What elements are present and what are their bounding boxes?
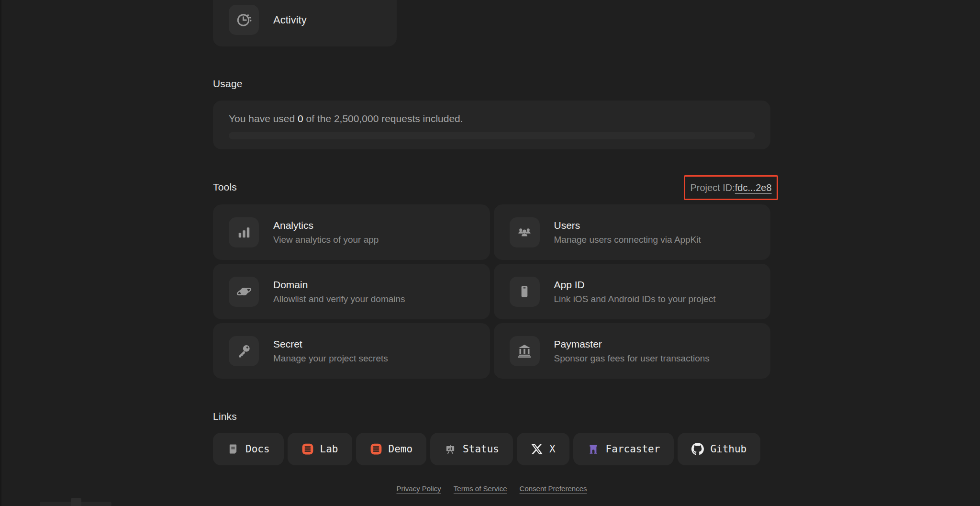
tool-title: Users [554, 220, 701, 231]
document-icon [227, 443, 239, 455]
phone-icon [510, 277, 540, 307]
link-button-x[interactable]: X [517, 433, 569, 465]
tool-description: Allowlist and verify your domains [273, 294, 405, 304]
footer-link-terms-of-service[interactable]: Terms of Service [454, 484, 507, 493]
footer-link-privacy-policy[interactable]: Privacy Policy [397, 484, 441, 493]
tools-grid: Analytics View analytics of your app Use… [213, 204, 770, 379]
link-button-lab[interactable]: Lab [288, 433, 352, 465]
links-row: Docs Lab Demo [213, 433, 760, 465]
reown-lab-icon [301, 443, 314, 455]
github-icon [691, 443, 704, 455]
tool-description: Link iOS and Android IDs to your project [554, 294, 716, 304]
usage-heading: Usage [213, 78, 243, 90]
tool-description: Sponsor gas fees for user transactions [554, 353, 710, 364]
tool-title: Domain [273, 279, 405, 291]
planet-icon [229, 277, 259, 307]
status-board-icon [444, 443, 457, 455]
link-button-github[interactable]: Github [678, 433, 760, 465]
project-id-value[interactable]: fdc...2e8 [735, 182, 772, 193]
tools-heading: Tools [213, 181, 237, 193]
clock-activity-icon [229, 5, 259, 35]
footer-links: Privacy Policy Terms of Service Consent … [213, 484, 770, 493]
usage-progress-bar [229, 132, 755, 139]
x-logo-icon [531, 443, 543, 455]
usage-card: You have used 0 of the 2,500,000 request… [213, 101, 770, 149]
links-heading: Links [213, 411, 237, 422]
tool-card-analytics[interactable]: Analytics View analytics of your app [213, 204, 490, 260]
tool-description: View analytics of your app [273, 235, 379, 245]
tool-title: Analytics [273, 220, 379, 231]
tool-description: Manage users connecting via AppKit [554, 235, 701, 245]
tool-card-paymaster[interactable]: Paymaster Sponsor gas fees for user tran… [494, 323, 771, 379]
project-id-highlight-box: Project ID: fdc...2e8 [684, 175, 778, 200]
link-button-status[interactable]: X Status [430, 433, 513, 465]
link-button-demo[interactable]: Demo [356, 433, 427, 465]
activity-card[interactable]: Activity [213, 0, 397, 46]
footer-link-consent-preferences[interactable]: Consent Preferences [520, 484, 587, 493]
users-icon [510, 217, 540, 247]
link-button-docs[interactable]: Docs [213, 433, 284, 465]
project-id-label: Project ID: [690, 182, 735, 193]
farcaster-icon [587, 443, 600, 455]
activity-card-label: Activity [273, 14, 307, 26]
link-button-farcaster[interactable]: Farcaster [573, 433, 674, 465]
usage-used-count: 0 [298, 113, 303, 124]
tool-card-domain[interactable]: Domain Allowlist and verify your domains [213, 264, 490, 319]
tool-description: Manage your project secrets [273, 353, 388, 364]
tool-card-users[interactable]: Users Manage users connecting via AppKit [494, 204, 771, 260]
tool-card-app-id[interactable]: App ID Link iOS and Android IDs to your … [494, 264, 771, 319]
bar-chart-icon [229, 217, 259, 247]
tool-title: Paymaster [554, 338, 710, 350]
usage-summary-text: You have used 0 of the 2,500,000 request… [229, 113, 463, 124]
reown-demo-icon [370, 443, 382, 455]
tool-title: Secret [273, 338, 388, 350]
bank-icon [510, 336, 540, 366]
tool-title: App ID [554, 279, 716, 291]
tool-card-secret[interactable]: Secret Manage your project secrets [213, 323, 490, 379]
key-icon [229, 336, 259, 366]
